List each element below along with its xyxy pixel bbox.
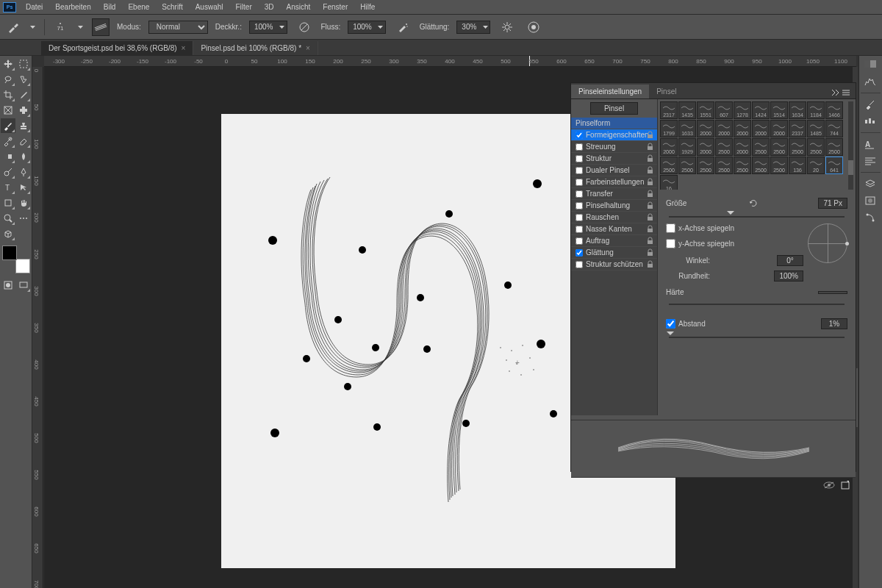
brush-preset[interactable]: 2500	[770, 138, 788, 156]
prop-nasse-kanten[interactable]: Nasse Kanten	[571, 223, 657, 235]
panel-btn-brushsettings[interactable]	[861, 114, 880, 129]
brush-preset[interactable]: 2500	[715, 157, 733, 174]
panel-btn-paths[interactable]	[861, 210, 880, 225]
pen-tool[interactable]	[16, 165, 31, 179]
brush-preset[interactable]: 1633	[678, 120, 696, 137]
menu-auswahl[interactable]: Auswahl	[190, 1, 229, 13]
angle-control[interactable]	[808, 223, 847, 263]
prop-auftrag[interactable]: Auftrag	[571, 235, 657, 247]
mode-select[interactable]: Normal	[148, 21, 208, 34]
hand-tool[interactable]	[16, 196, 31, 210]
zoom-tool[interactable]	[1, 211, 15, 226]
prop-struktur[interactable]: Struktur	[571, 153, 657, 165]
brush-preset[interactable]: 2000	[734, 138, 751, 156]
brush-preset[interactable]: 2317	[660, 101, 678, 119]
history-brush-tool[interactable]	[1, 134, 15, 148]
brush-preset[interactable]: 1424	[752, 101, 770, 119]
brush-tool[interactable]	[1, 118, 15, 133]
menu-bild[interactable]: Bild	[98, 1, 122, 13]
brush-preset[interactable]: 744	[825, 120, 843, 137]
edit-toolbar[interactable]	[16, 211, 31, 226]
prop-rauschen[interactable]: Rauschen	[571, 212, 657, 223]
panel-btn-channels[interactable]	[861, 193, 880, 208]
menu-schrift[interactable]: Schrift	[156, 1, 188, 13]
prop-struktur-schützen[interactable]: Struktur schützen	[571, 259, 657, 270]
menu-datei[interactable]: Datei	[20, 1, 49, 13]
frame-tool[interactable]	[1, 103, 15, 118]
doc-tab-1[interactable]: Pinsel.psd bei 100% (RGB/8) *×	[193, 41, 318, 55]
spacing-value[interactable]: 1%	[821, 318, 847, 329]
prop-dualer-pinsel[interactable]: Dualer Pinsel	[571, 165, 657, 176]
bg-color[interactable]	[15, 259, 30, 273]
brush-preset[interactable]: 1929	[678, 138, 696, 156]
brush-preset[interactable]: 641	[825, 157, 843, 174]
pressure-size-icon[interactable]	[524, 18, 543, 37]
smoothing-input[interactable]: 30%	[456, 21, 490, 34]
panel-collapse-button[interactable]	[826, 87, 856, 98]
crop-tool[interactable]	[1, 87, 15, 102]
brush-preset[interactable]: 2500	[807, 138, 825, 156]
menu-filter[interactable]: Filter	[230, 1, 258, 13]
size-slider[interactable]	[669, 211, 845, 221]
brush-preset[interactable]: 2000	[715, 120, 733, 137]
prop-transfer[interactable]: Transfer	[571, 188, 657, 200]
brush-preset[interactable]: 2500	[825, 138, 843, 156]
scrollbar-thumb[interactable]	[848, 160, 853, 175]
brush-preset[interactable]: 1799	[660, 120, 678, 137]
brush-tool-icon[interactable]	[6, 20, 21, 35]
doc-tab-0[interactable]: Der Sportsgeist.psd bei 38,6% (RGB/8)×	[41, 41, 193, 55]
smoothing-gear-icon[interactable]	[498, 18, 517, 37]
eyedropper-tool[interactable]	[16, 87, 31, 102]
stamp-tool[interactable]	[16, 118, 31, 133]
brush-presets-grid[interactable]: 2317143515516071278142415141634118414661…	[660, 101, 853, 190]
flip-reset-icon[interactable]	[748, 198, 757, 209]
brush-preset[interactable]: 2500	[752, 138, 770, 156]
eraser-tool[interactable]	[16, 134, 31, 148]
screenmode-toggle[interactable]	[16, 278, 31, 293]
brush-preset[interactable]: 607	[715, 101, 733, 119]
angle-value[interactable]: 0°	[777, 255, 803, 266]
brush-preset[interactable]: 136	[789, 157, 806, 174]
dodge-tool[interactable]	[1, 165, 15, 179]
panel-btn-histogram[interactable]	[861, 74, 880, 89]
brush-preset[interactable]: 2500	[697, 157, 714, 174]
fg-color[interactable]	[2, 245, 17, 260]
brush-preset[interactable]: 2000	[697, 120, 714, 137]
menu-ebene[interactable]: Ebene	[122, 1, 155, 13]
move-tool[interactable]	[1, 57, 15, 71]
panel-btn-color[interactable]	[861, 57, 880, 72]
brush-preset[interactable]: 1634	[789, 101, 806, 119]
panel-btn-paragraph[interactable]	[861, 154, 880, 168]
menu-3d[interactable]: 3D	[259, 1, 280, 13]
brush-preset[interactable]: 20	[807, 157, 825, 174]
size-value[interactable]: 71 Px	[818, 198, 847, 209]
brush-preset[interactable]: 2000	[697, 138, 714, 156]
spacing-checkbox[interactable]: Abstand	[666, 319, 706, 329]
flipx-checkbox[interactable]: x-Achse spiegeln	[666, 223, 803, 233]
brush-panel-toggle[interactable]	[92, 18, 110, 36]
brush-preset[interactable]: 16	[660, 175, 678, 190]
path-select-tool[interactable]	[16, 180, 31, 195]
tab-pinseleinstellungen[interactable]: Pinseleinstellungen	[571, 85, 649, 98]
lasso-tool[interactable]	[1, 72, 15, 87]
prop-pinselform[interactable]: Pinselform	[571, 118, 657, 129]
prop-glättung[interactable]: Glättung	[571, 247, 657, 259]
tab-pinsel[interactable]: Pinsel	[649, 85, 684, 98]
blur-tool[interactable]	[16, 149, 31, 164]
panel-btn-brushes[interactable]	[861, 97, 880, 112]
preset-scrollbar[interactable]	[848, 101, 853, 190]
prop-formeigenschaften[interactable]: Formeigenschaften	[571, 129, 657, 141]
brush-preset[interactable]: 1278	[734, 101, 751, 119]
prop-farbeinstellungen[interactable]: Farbeinstellungen	[571, 176, 657, 188]
new-preset-icon[interactable]	[841, 481, 851, 491]
flow-input[interactable]: 100%	[348, 21, 386, 34]
airbrush-icon[interactable]	[393, 18, 412, 37]
opacity-input[interactable]: 100%	[249, 21, 287, 34]
gradient-tool[interactable]	[1, 149, 15, 164]
ruler-vertical[interactable]: 0501001502002503003504004505005506006507…	[32, 67, 43, 588]
type-tool[interactable]: T	[1, 180, 15, 195]
brush-preset[interactable]: 1184	[807, 101, 825, 119]
shape-tool[interactable]	[1, 196, 15, 210]
pinsel-preset-button[interactable]: Pinsel	[571, 99, 657, 118]
brush-preset[interactable]: 2000	[770, 120, 788, 137]
